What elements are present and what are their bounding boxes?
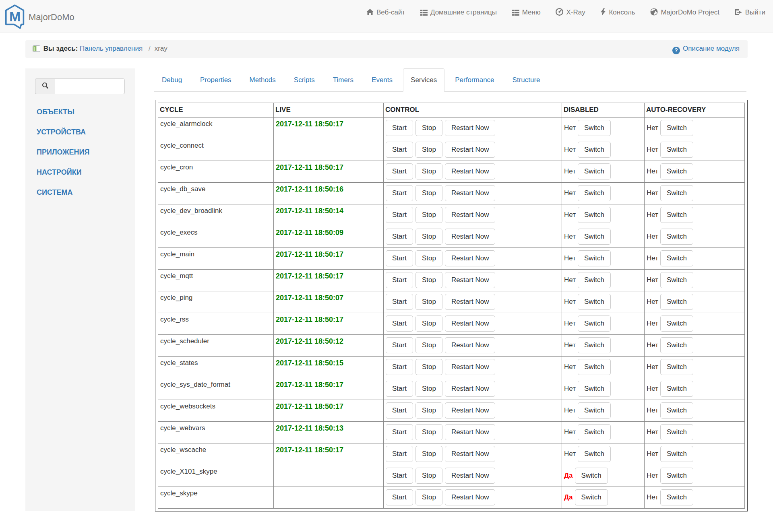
svg-text:M: M (9, 9, 21, 24)
